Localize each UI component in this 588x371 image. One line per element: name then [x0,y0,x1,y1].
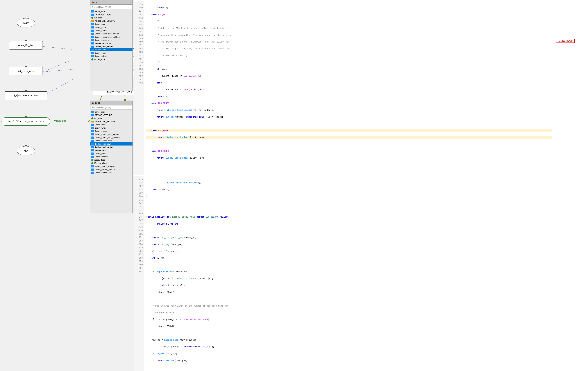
code-line-245: u8 __user **data_ptrs; [146,249,586,253]
symbol-item-check-mux-p[interactable]: i2cdev_check_mux_parents [90,32,133,35]
code-line-260: if (IS_ERR(rdwr_pa)) [146,352,586,355]
node-end: end [17,146,35,155]
symbol-icon-16 [91,58,94,61]
symbol-item-class-b[interactable]: i2c_dev_class [90,162,133,165]
symbol-item-ioctl-rdwr-b-selected[interactable]: i2cdev_ioctl_rdwr [90,142,133,145]
symbol-item-ioctl-rdwr-top[interactable]: i2cdev_ioctl_rdwr [90,42,133,45]
code-line-451: client->flags &= ~I2C_CLIENT_PEC; [146,88,552,92]
symbol-icon-b6 [91,127,94,129]
node-start: start [17,18,35,27]
symbol-icon-15 [91,55,94,57]
node-slave-label: set_slave_addr [18,70,34,73]
symbol-item-i2cdev-write[interactable]: i2cdev_write [90,26,133,29]
symbol-item-fops-top[interactable]: i2cdev_fops [90,58,133,61]
symbol-item-check-mux-cb[interactable]: i2cdev_check_mux_children [90,136,133,139]
symbol-search-top[interactable] [90,5,133,10]
symbol-item-check-mux-pb[interactable]: i2cdev_check_mux_parents [90,133,133,136]
code-line-257 [146,331,586,335]
symbol-icon-14 [91,52,94,54]
symbol-item-check-addr-b[interactable]: i2cdev_check_addr [90,139,133,142]
symbol-icon-b12 [91,146,94,148]
symbol-item-i2c-attrs[interactable]: i2c_attrs [90,16,133,19]
node-open-i2c: open_i2c_dev [9,41,43,50]
node-end-label: end [24,149,28,153]
symbol-item-name-show-b[interactable]: name_show [90,110,133,113]
symbol-item-check-b[interactable]: i2cdev_check [90,130,133,133]
symbol-panel-top-title: i2c-dev.c [90,0,133,5]
symbol-icon-b10 [91,140,94,142]
node-set-slave: set_slave_addr [9,67,43,75]
symbol-icon-b18 [91,165,94,167]
code-line-254: * be sent at once */ [146,311,586,314]
code-area: 4394404414424434444454464474484494504514… [134,0,588,371]
code-line-446: * (or use) this setting. [146,54,552,57]
code-line-447: */ [146,61,552,64]
symbol-icon-blue-rect [91,10,94,12]
code-line-442: * Setting the PEC flag here won't affect… [146,27,552,30]
code-line-445: * the PEC flag already set, the i2c-dev … [146,47,552,51]
symbol-icon-6 [91,26,94,29]
code-content-top: return 0; case I2C_PEC: /* * Setting the… [144,1,555,175]
symbol-panel-bottom: i2c-dev.c name_show DEVICE_ATTR_RO i2c_a… [90,101,133,213]
symbol-icon-b8 [91,133,94,135]
symbol-item-check-addr[interactable]: i2cdev_check_addr [90,39,133,42]
code-line-251: return -EFAULT; [146,290,586,294]
code-line-443: * which will be using the i2c_client nod… [146,33,552,37]
code-line-238 [146,202,586,205]
symbol-item-read-b[interactable]: i2cdev_read [90,123,133,126]
main-container: start open_i2c_dev set_slave_addr 构造i2c_… [0,0,588,371]
symbol-item-attr-groups-b[interactable]: ATTRIBUTE_GROUPS [90,120,133,123]
symbol-item-name-show[interactable]: name_show [90,10,133,13]
symbol-item-ioctl-top-selected[interactable]: i2cdev_ioctl [90,48,133,51]
symbol-icon-13 [91,49,94,51]
code-line-440: case I2C_PEC: [146,13,552,16]
symbol-item-check-mux-c[interactable]: i2cdev_check_mux_children [90,35,133,39]
symbol-panel-bottom-title: i2c-dev.c [90,101,133,105]
code-line-237: } [146,195,586,198]
node-open-label: open_i2c_dev [18,44,33,47]
symbol-search-input-bottom[interactable] [91,106,132,110]
symbol-item-ioctl-b[interactable]: i2cdev_ioctl [90,149,133,152]
code-line-241: unsigned long arg) [146,222,586,226]
symbol-item-release-top[interactable]: i2cdev_release [90,54,133,58]
code-line-253: /* Put an arbitrary limit on the number … [146,304,586,308]
symbol-item-device-attr[interactable]: DEVICE_ATTR_RO [90,13,133,16]
code-line-242: { [146,229,586,233]
code-line-452: return 0; [146,95,552,98]
symbol-icon-b16 [91,159,94,161]
symbol-search-input-top[interactable] [91,5,132,9]
symbol-item-ioctl-smbus-b[interactable]: i2cdev_ioctl_smbus [90,145,133,149]
symbol-item-notifier-b[interactable]: i2cdev_notifier_call [90,171,133,174]
symbol-item-open-b[interactable]: i2cdev_open [90,152,133,155]
symbol-search-bottom[interactable] [90,105,133,110]
code-line-248: if (copy_from_user(&rdwr_arg, [146,270,586,273]
code-line-458: return i2cdev_ioctl_rdwr(client, arg); [146,136,552,139]
symbol-item-attach-b[interactable]: i2cdev_attach_adapter [90,165,133,168]
code-line-441: /* [146,20,552,23]
symbol-icon-b15 [91,156,94,158]
line-numbers-middle: 2352362372382392402412422432442452462472… [134,176,144,371]
symbol-item-release-b[interactable]: i2cdev_release [90,155,133,158]
code-line-249: (struct i2c_rdwr_ioctl_data __user *)arg… [146,277,586,280]
symbol-item-i2cdev-read[interactable]: i2cdev_read [90,22,133,26]
node-build-label: 构造i2c_rdwr_ioctl_data [14,94,38,97]
symbol-item-i2cdev-check[interactable]: i2cdev_check [90,29,133,32]
code-line-450: else [146,81,552,84]
node-start-label: start [23,21,29,25]
code-line-462 [146,163,552,166]
code-line-258: rdwr_pa = memdup_user(rdwr_arg.msgs, [146,338,586,342]
symbol-item-ioctl-smbus-top[interactable]: i2cdev_ioctl_smbus [90,45,133,48]
code-line-252 [146,297,586,301]
symbol-item-open-top[interactable]: i2cdev_open [90,51,133,54]
symbol-item-i2c-attrs-b[interactable]: i2c_attrs [90,117,133,120]
symbol-item-attr-groups[interactable]: ATTRIBUTE_GROUPS [90,19,133,22]
symbol-item-device-attr-b[interactable]: DEVICE_ATTR_RO [90,113,133,117]
code-line-459 [146,143,552,146]
node-ioctl-label: ioctl(file, I2C_RDWR, &rdwr) [8,120,44,123]
symbol-item-write-b[interactable]: i2cdev_write [90,126,133,130]
symbol-icon-5 [91,23,94,25]
symbol-item-fops-b[interactable]: i2cdev_fops [90,158,133,162]
symbol-item-detach-b[interactable]: i2cdev_detach_adapter [90,168,133,171]
code-line-244: struct i2c_msg *rdwr_pa; [146,243,586,246]
symbol-icon-b13 [91,149,94,151]
